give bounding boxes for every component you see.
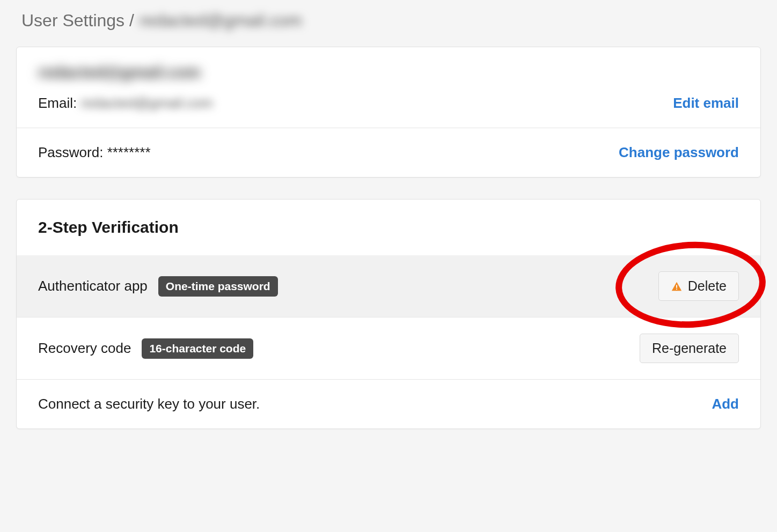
account-header: redacted@gmail.com: [17, 47, 760, 92]
recovery-left: Recovery code 16-character code: [38, 338, 253, 359]
account-username: redacted@gmail.com: [38, 63, 739, 82]
authenticator-row-wrapper: Authenticator app One-time password Dele…: [17, 255, 760, 317]
svg-rect-0: [676, 285, 677, 288]
email-label-group: Email: redacted@gmail.com: [38, 95, 213, 112]
two-step-title: 2-Step Verification: [17, 200, 760, 255]
two-step-card: 2-Step Verification Authenticator app On…: [16, 199, 761, 429]
authenticator-badge: One-time password: [158, 276, 278, 297]
email-row: Email: redacted@gmail.com Edit email: [17, 92, 760, 128]
svg-rect-1: [676, 289, 677, 290]
edit-email-link[interactable]: Edit email: [673, 95, 739, 112]
settings-page: User Settings / redacted@gmail.com redac…: [0, 0, 777, 461]
add-security-key-link[interactable]: Add: [712, 396, 739, 412]
password-row: Password: ******** Change password: [17, 128, 760, 177]
authenticator-left: Authenticator app One-time password: [38, 276, 278, 297]
regenerate-button[interactable]: Re-generate: [640, 334, 739, 363]
delete-button-label: Delete: [688, 278, 727, 294]
recovery-badge: 16-character code: [142, 338, 253, 359]
password-value: ********: [107, 144, 151, 160]
breadcrumb: User Settings / redacted@gmail.com: [16, 11, 761, 31]
change-password-link[interactable]: Change password: [619, 144, 739, 161]
security-key-row: Connect a security key to your user. Add: [17, 379, 760, 428]
account-card: redacted@gmail.com Email: redacted@gmail…: [16, 47, 761, 178]
authenticator-row: Authenticator app One-time password Dele…: [17, 255, 760, 317]
security-key-text: Connect a security key to your user.: [38, 396, 260, 412]
password-label: Password:: [38, 144, 103, 160]
authenticator-label: Authenticator app: [38, 278, 148, 294]
delete-authenticator-button[interactable]: Delete: [658, 271, 739, 301]
breadcrumb-user-email: redacted@gmail.com: [140, 11, 302, 31]
breadcrumb-prefix: User Settings /: [21, 11, 134, 31]
email-value: redacted@gmail.com: [80, 95, 212, 111]
email-label: Email:: [38, 95, 77, 111]
recovery-label: Recovery code: [38, 340, 131, 357]
warning-icon: [671, 280, 683, 292]
recovery-row: Recovery code 16-character code Re-gener…: [17, 317, 760, 379]
regenerate-button-label: Re-generate: [652, 341, 727, 356]
password-label-group: Password: ********: [38, 144, 151, 161]
